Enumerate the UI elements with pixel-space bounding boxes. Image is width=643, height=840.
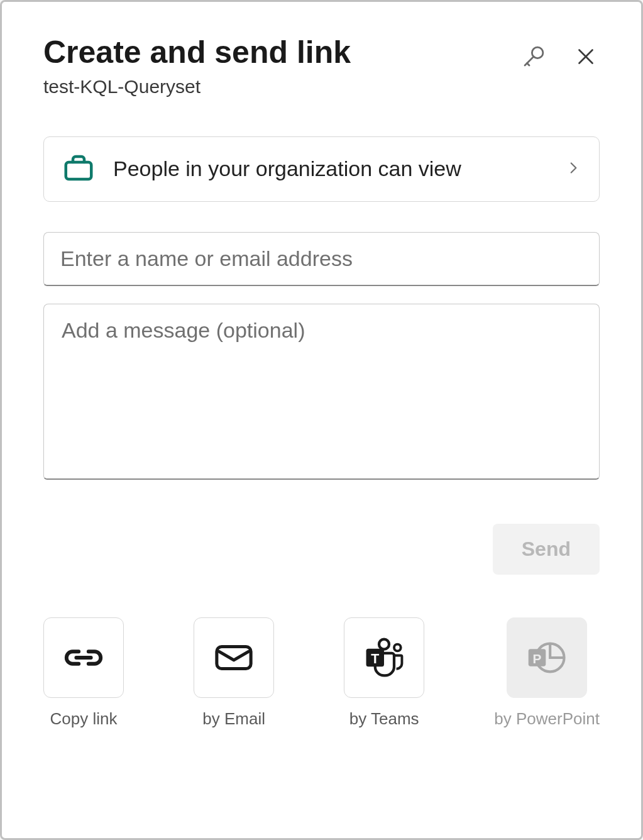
teams-icon: T <box>361 638 407 678</box>
svg-point-4 <box>394 644 401 651</box>
svg-point-3 <box>379 639 389 649</box>
teams-button[interactable]: T <box>344 617 424 698</box>
svg-rect-2 <box>217 647 251 669</box>
close-button[interactable] <box>572 43 600 70</box>
teams-label: by Teams <box>349 709 419 729</box>
chevron-right-icon <box>565 160 581 179</box>
dialog-subtitle: test-KQL-Queryset <box>43 76 518 97</box>
powerpoint-button: P <box>507 617 587 698</box>
share-options-row: Copy link by Email T <box>43 617 600 729</box>
share-item-powerpoint: P by PowerPoint <box>494 617 600 729</box>
permissions-key-button[interactable] <box>518 41 549 72</box>
permission-selector[interactable]: People in your organization can view <box>43 136 600 202</box>
copy-link-label: Copy link <box>50 709 118 729</box>
close-icon <box>574 45 597 68</box>
send-button[interactable]: Send <box>493 524 600 575</box>
send-row: Send <box>43 524 600 575</box>
dialog-title: Create and send link <box>43 33 518 71</box>
email-label: by Email <box>202 709 265 729</box>
copy-link-button[interactable] <box>43 617 124 698</box>
svg-text:T: T <box>371 651 379 666</box>
share-item-teams: T by Teams <box>344 617 424 729</box>
email-button[interactable] <box>194 617 274 698</box>
link-icon <box>62 642 106 673</box>
powerpoint-label: by PowerPoint <box>494 709 600 729</box>
svg-rect-1 <box>66 162 92 179</box>
header-text: Create and send link test-KQL-Queryset <box>43 33 518 97</box>
dialog-header: Create and send link test-KQL-Queryset <box>43 33 600 97</box>
share-item-copy-link: Copy link <box>43 617 124 729</box>
share-dialog: Create and send link test-KQL-Queryset <box>0 0 643 840</box>
powerpoint-icon: P <box>525 638 569 677</box>
share-item-email: by Email <box>194 617 274 729</box>
permission-label: People in your organization can view <box>113 155 547 184</box>
header-actions <box>518 33 600 72</box>
email-icon <box>214 643 253 673</box>
svg-text:P: P <box>533 651 542 666</box>
briefcase-icon <box>62 151 96 187</box>
message-input[interactable] <box>43 304 600 480</box>
key-icon <box>520 43 547 70</box>
recipient-input[interactable] <box>43 232 600 286</box>
